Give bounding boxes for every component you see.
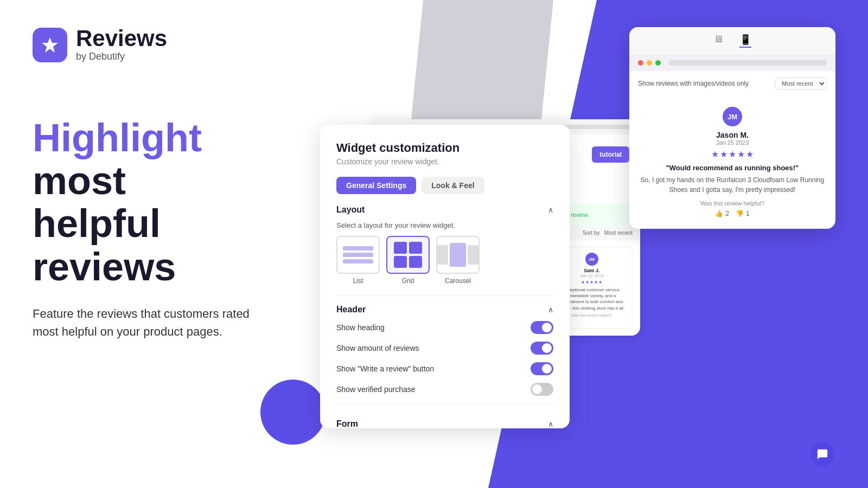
layout-label: Select a layout for your review widget. [336,221,553,229]
layout-section-header: Layout ∧ [336,205,553,215]
tab-look-feel[interactable]: Look & Feel [422,177,484,194]
logo-area: Reviews by Debutify [33,27,282,62]
layout-list-label: List [353,277,363,285]
list-row [343,246,373,251]
toggle-verified-label: Show verified purchase [336,385,416,394]
header-chevron-icon[interactable]: ∧ [548,305,553,314]
headline-rest: most [33,159,126,202]
divider [336,296,553,296]
browser-toolbar [629,55,835,71]
thumbs-up-btn[interactable]: 👍 2 [715,210,729,217]
review-card: JM Jason M. Jan 25 2023 ★ ★ ★ ★ ★ "Would… [629,96,835,229]
list-row [343,253,373,257]
toggle-write[interactable] [531,362,553,375]
toggle-verified[interactable] [531,383,553,396]
svg-marker-0 [42,37,58,53]
left-panel: Reviews by Debutify Highlight most helpf… [0,0,315,488]
layout-option-grid[interactable]: Grid [386,236,430,285]
rps-sort: Sort by Most recent [583,230,633,236]
toggle-heading-knob [542,323,552,332]
form-chevron-icon[interactable]: ∧ [548,420,553,428]
layout-chevron-icon[interactable]: ∧ [548,206,553,214]
layout-option-carousel[interactable]: Carousel [436,236,480,285]
filter-text: Show reviews with images/videos only [638,80,749,87]
widget-subtitle: Customize your review widget. [336,157,553,166]
toggle-heading[interactable] [531,321,553,334]
tab-general-settings[interactable]: General Settings [336,177,416,194]
layout-box-carousel[interactable] [436,236,480,274]
toggle-verified-knob [532,384,542,394]
tab-buttons: General Settings Look & Feel [336,177,553,194]
maximize-dot [655,60,661,66]
device-selector: 🖥 📱 [629,27,835,55]
widget-panel: Widget customization Customize your revi… [320,125,570,428]
mobile-icon[interactable]: 📱 [739,34,751,48]
layout-options: List Grid Carou [336,236,553,285]
list-icon [339,242,378,268]
toggle-row-verified: Show verified purchase [336,383,553,396]
toggle-row-amount: Show amount of reviews [336,342,553,355]
sort-select[interactable]: Most recent [775,78,827,89]
widget-title: Widget customization [336,141,553,155]
toggle-write-knob [542,364,552,374]
review-headline: "Would recommend as running shoes!" [638,164,827,172]
headline-line1: Highlight most [33,117,282,202]
logo-text: Reviews by Debutify [76,27,167,62]
app-logo-icon [33,28,67,62]
header-section-header: Header ∧ [336,305,553,314]
layout-section-title: Layout [336,205,365,215]
address-bar [668,60,827,66]
filter-row: Show reviews with images/videos only Mos… [629,71,835,96]
hero-description: Feature the reviews that customers rated… [33,305,271,341]
form-section-title: Form [336,419,358,428]
desktop-icon[interactable]: 🖥 [713,34,723,48]
layout-box-list[interactable] [336,236,380,274]
toggle-amount[interactable] [531,342,553,355]
reviewer-stars: ★ ★ ★ ★ ★ [638,149,827,159]
toggle-row-write: Show "Write a review" button [336,362,553,375]
toggle-row-heading: Show heading [336,321,553,334]
tutorial-button[interactable]: tutorial [592,146,629,163]
helpful-question: Was this review helpful? [638,200,827,207]
carousel-icon [436,237,480,272]
thumbs-down-count: 1 [746,210,750,217]
chat-bubble[interactable] [810,442,834,466]
main-review-panel: 🖥 📱 Show reviews with images/videos only… [629,27,835,229]
layout-grid-label: Grid [402,277,414,285]
reviewer-name: Jason M. [638,131,827,139]
thumbs-up-count: 2 [725,210,729,217]
layout-box-grid[interactable] [386,236,430,274]
thumbs-down-icon: 👎 [736,210,744,217]
helpful-buttons: 👍 2 👎 1 [638,210,827,217]
toggle-write-label: Show "Write a review" button [336,364,434,373]
headline-purple: Highlight [33,116,202,159]
mini-avatar-3: JM [585,253,598,266]
layout-option-list[interactable]: List [336,236,380,285]
headline: Highlight most helpful reviews [33,117,282,288]
header-section-title: Header [336,305,366,314]
layout-carousel-label: Carousel [445,277,471,285]
toggle-heading-label: Show heading [336,323,385,332]
app-title: Reviews [76,27,167,50]
form-section: Form ∧ [336,413,553,428]
headline-line2: helpful reviews [33,202,282,288]
toggle-amount-label: Show amount of reviews [336,344,419,352]
thumbs-down-btn[interactable]: 👎 1 [736,210,750,217]
minimize-dot [647,60,652,66]
reviewer-date: Jan 25 2023 [638,139,827,146]
thumbs-up-icon: 👍 [715,210,723,217]
close-dot [638,60,643,66]
toggle-amount-knob [542,343,552,353]
grid-icon [388,236,427,273]
app-subtitle: by Debutify [76,51,167,62]
divider-2 [336,403,553,404]
list-row [343,259,373,264]
reviewer-avatar: JM [723,107,742,126]
review-body: So, I got my hands on the Runfalcon 3 Cl… [638,175,827,195]
